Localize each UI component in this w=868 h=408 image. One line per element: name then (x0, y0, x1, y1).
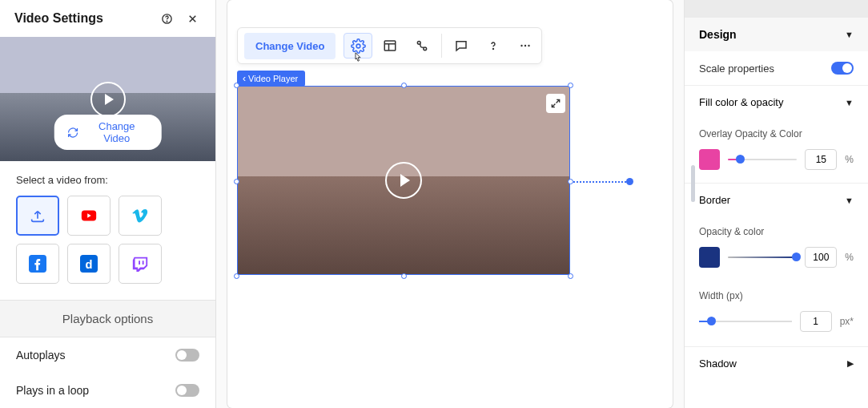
svg-point-8 (418, 41, 421, 44)
close-icon[interactable] (183, 10, 201, 27)
border-opacity-input[interactable] (805, 247, 837, 268)
chevron-right-icon: ▶ (847, 358, 854, 369)
width-label: Width (px) (685, 281, 868, 305)
resize-handle-se[interactable] (568, 273, 573, 279)
overlay-opacity-input[interactable] (805, 149, 837, 170)
scale-properties-toggle[interactable] (831, 62, 854, 75)
design-section-head[interactable]: Design ▼ (685, 18, 868, 51)
fill-opacity-row[interactable]: Fill color & opacity ▼ (685, 85, 868, 119)
border-color-swatch[interactable] (699, 247, 720, 268)
panel-header: Video Settings (0, 0, 215, 37)
source-twitch[interactable] (119, 244, 162, 284)
resize-handle-nw[interactable] (234, 83, 239, 88)
settings-icon[interactable] (342, 31, 374, 60)
border-opacity-row: % (685, 240, 868, 281)
alignment-guide-end[interactable] (626, 178, 633, 185)
element-badge[interactable]: Video Player (237, 71, 305, 87)
source-youtube[interactable] (67, 196, 111, 236)
resize-handle-w[interactable] (234, 179, 239, 184)
more-icon[interactable] (509, 31, 541, 60)
fill-opacity-label: Fill color & opacity (699, 96, 783, 108)
svg-point-10 (493, 49, 494, 50)
svg-point-11 (521, 45, 523, 46)
overlay-control-row: % (685, 143, 868, 183)
scale-properties-row: Scale properties (685, 51, 868, 85)
border-label: Border (699, 194, 730, 206)
svg-point-12 (524, 45, 526, 46)
width-slider[interactable] (699, 321, 792, 322)
resize-handle-n[interactable] (401, 83, 407, 88)
source-facebook[interactable] (16, 244, 59, 284)
shadow-section-head[interactable]: Shadow ▶ (685, 346, 868, 380)
layout-icon[interactable] (374, 31, 406, 60)
design-label: Design (699, 28, 737, 41)
svg-rect-7 (385, 41, 396, 50)
canvas-area[interactable]: Change Video Video Player (216, 0, 684, 408)
shadow-label: Shadow (699, 358, 737, 370)
loop-label: Plays in a loop (16, 384, 89, 397)
autoplays-label: Autoplays (16, 349, 65, 362)
chevron-down-icon: ▼ (845, 98, 854, 107)
source-upload[interactable] (16, 196, 59, 236)
border-opacity-slider[interactable] (728, 257, 797, 258)
inspector-panel: Design ▼ Scale properties Fill color & o… (684, 0, 868, 408)
border-section-head[interactable]: Border ▼ (685, 183, 868, 216)
change-video-button[interactable]: Change Video (54, 115, 162, 150)
source-vimeo[interactable] (119, 196, 162, 236)
chevron-down-icon: ▼ (845, 196, 854, 205)
width-control-row: px* (685, 305, 868, 346)
expand-icon[interactable] (546, 94, 565, 113)
autoplays-row: Autoplays (0, 337, 215, 373)
overlay-opacity-label: Overlay Opacity & Color (685, 119, 868, 143)
overlay-color-swatch[interactable] (699, 149, 720, 170)
width-unit: px* (840, 316, 854, 327)
loop-toggle[interactable] (175, 384, 199, 397)
video-preview[interactable]: Change Video (0, 37, 215, 161)
width-input[interactable] (800, 311, 832, 332)
panel-title: Video Settings (14, 11, 158, 26)
overlay-unit: % (845, 154, 854, 165)
resize-handle-s[interactable] (401, 273, 407, 279)
resize-handle-e[interactable] (568, 179, 573, 184)
scale-properties-label: Scale properties (699, 63, 774, 75)
border-opacity-unit: % (845, 252, 854, 263)
comment-icon[interactable] (445, 31, 477, 60)
svg-point-9 (424, 47, 427, 50)
animation-icon[interactable] (406, 31, 438, 60)
change-video-label: Change Video (85, 120, 149, 144)
opacity-color-label: Opacity & color (685, 216, 868, 240)
element-toolbar: Change Video (237, 27, 542, 64)
svg-point-6 (356, 44, 360, 48)
play-icon[interactable] (385, 162, 422, 199)
svg-point-1 (167, 21, 167, 22)
video-settings-panel: Video Settings Change Video Select a vid… (0, 0, 216, 408)
select-source-label: Select a video from: (0, 161, 215, 196)
video-player-element[interactable] (237, 86, 570, 275)
autoplays-toggle[interactable] (175, 349, 199, 362)
svg-point-13 (528, 45, 530, 46)
source-dailymotion[interactable]: d (67, 244, 111, 284)
playback-options-head: Playback options (0, 300, 215, 337)
toolbar-help-icon[interactable] (477, 31, 509, 60)
overlay-opacity-slider[interactable] (728, 159, 797, 160)
change-video-toolbar-button[interactable]: Change Video (244, 33, 336, 59)
play-icon[interactable] (90, 82, 126, 117)
canvas-edge-handle[interactable] (691, 165, 695, 202)
loop-row: Plays in a loop (0, 373, 215, 408)
alignment-guide (573, 181, 629, 183)
element-badge-label: Video Player (248, 74, 298, 83)
source-grid: d (0, 196, 215, 300)
help-icon[interactable] (158, 10, 175, 27)
chevron-down-icon: ▼ (845, 30, 854, 39)
resize-handle-ne[interactable] (568, 83, 573, 88)
svg-text:d: d (85, 258, 92, 271)
resize-handle-sw[interactable] (234, 273, 239, 279)
